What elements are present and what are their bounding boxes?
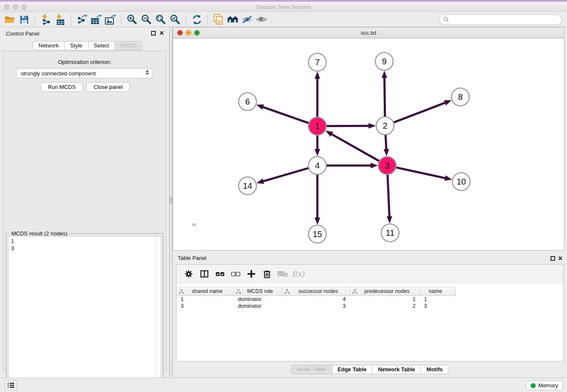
toolbar-separator — [207, 14, 208, 25]
optimization-criterion-value: strongly connected component — [21, 70, 96, 77]
export-network-button[interactable] — [74, 13, 89, 26]
delete-column-button[interactable] — [259, 267, 275, 281]
export-table-icon — [90, 14, 102, 25]
graph-edge[interactable] — [396, 168, 446, 178]
zoom-selected-button[interactable] — [168, 13, 182, 26]
zoom-in-icon — [127, 14, 138, 25]
network-frame-titlebar[interactable]: × − + scc.txt — [173, 28, 564, 39]
column-header-MCDS-role[interactable]: MCDS role — [234, 287, 282, 296]
zoom-fit-button[interactable] — [154, 13, 168, 26]
table-settings-button[interactable] — [181, 267, 196, 281]
refresh-button[interactable] — [190, 13, 204, 26]
tab-node-table[interactable]: Node Table — [291, 365, 332, 374]
horizontal-splitter-grip[interactable] — [193, 224, 196, 226]
column-header-successor-nodes[interactable]: successor nodes — [282, 287, 350, 296]
table-cell[interactable]: 4 — [282, 296, 350, 303]
export-image-button[interactable] — [103, 13, 118, 26]
import-network-icon — [40, 14, 51, 25]
tab-motifs[interactable]: Motifs — [421, 365, 449, 374]
list-icon — [7, 382, 15, 389]
graph-edge-arrowhead — [445, 175, 452, 181]
show-button[interactable] — [254, 13, 269, 26]
import-network-button[interactable] — [39, 13, 53, 26]
float-table-panel-icon[interactable] — [550, 256, 555, 261]
toolbar-separator — [186, 14, 186, 25]
trash-icon — [263, 269, 271, 279]
table-cell[interactable]: 1 — [176, 296, 234, 303]
graph-edge[interactable] — [331, 134, 379, 161]
export-table-button[interactable] — [89, 13, 103, 26]
table-cell[interactable]: 3 — [420, 303, 456, 309]
float-panel-icon[interactable] — [151, 31, 156, 36]
tab-network-table[interactable]: Network Table — [372, 365, 421, 374]
column-header-shared-name[interactable]: shared name — [176, 287, 234, 296]
import-table-button[interactable] — [53, 13, 67, 26]
search-field[interactable] — [439, 14, 562, 25]
memory-status-icon — [531, 383, 536, 388]
zoom-fit-icon — [155, 14, 166, 25]
optimization-criterion-select[interactable]: strongly connected component — [16, 68, 152, 78]
save-session-button[interactable] — [17, 13, 31, 26]
mcds-result-text[interactable]: 1 3 — [8, 236, 161, 392]
tab-edge-table[interactable]: Edge Table — [332, 365, 372, 374]
table-row[interactable]: 3dominator323 — [176, 303, 563, 309]
tab-select[interactable]: Select — [88, 41, 115, 50]
add-column-button[interactable] — [243, 267, 259, 281]
table-cell[interactable]: 1 — [350, 296, 420, 303]
graph-edge-arrowhead — [325, 131, 333, 137]
graph-edge[interactable] — [394, 102, 446, 122]
tab-style[interactable]: Style — [64, 41, 88, 50]
graph-edge-arrowhead — [315, 72, 320, 79]
table-cell[interactable]: 1 — [420, 296, 456, 303]
deselect-all-button[interactable] — [228, 267, 243, 281]
graph-edge[interactable] — [262, 107, 308, 123]
export-network-icon — [76, 14, 88, 25]
graph-edge[interactable] — [385, 135, 386, 150]
table-cell[interactable]: 2 — [350, 303, 420, 309]
search-icon — [443, 17, 449, 23]
zoom-selected-icon — [170, 14, 181, 25]
home-layout-button[interactable] — [226, 13, 240, 26]
table-cell[interactable]: dominator — [234, 296, 282, 303]
zoom-out-button[interactable] — [139, 13, 154, 26]
close-panel-button[interactable]: Close panel — [86, 82, 130, 92]
column-header-predecessor-nodes[interactable]: predecessor nodes — [350, 287, 420, 296]
close-table-panel-icon[interactable]: ✕ — [558, 255, 563, 262]
delete-table-button[interactable] — [275, 267, 290, 281]
graph-edge[interactable] — [327, 126, 369, 126]
column-type-icon — [179, 289, 184, 294]
toggle-panes-button[interactable] — [196, 267, 212, 281]
task-history-button[interactable] — [5, 380, 17, 390]
window-titlebar: Session: New Session — [0, 2, 567, 12]
table-cell[interactable]: 3 — [176, 303, 234, 309]
new-network-from-selection-button[interactable] — [211, 13, 226, 26]
table-row[interactable]: 1dominator411 — [176, 296, 563, 303]
open-session-button[interactable] — [3, 13, 17, 26]
graph-edge[interactable] — [388, 175, 389, 217]
graph-edge[interactable] — [384, 77, 385, 116]
close-panel-icon[interactable]: ✕ — [159, 30, 164, 36]
table-cell[interactable]: 3 — [282, 303, 350, 309]
network-graph-canvas[interactable]: 1234678910111415 — [173, 39, 564, 250]
mcds-result-group: MCDS result (2 nodes) 1 3 — [6, 233, 163, 392]
graph-edge-arrowhead — [256, 179, 264, 184]
splitter-grip[interactable] — [170, 197, 172, 203]
zoom-in-button[interactable] — [125, 13, 139, 26]
graph-edge[interactable] — [263, 168, 308, 182]
optimization-criterion-label: Optimization criterion: — [3, 59, 166, 65]
search-input[interactable] — [449, 15, 561, 24]
select-all-button[interactable] — [212, 267, 228, 281]
memory-button[interactable]: Memory — [526, 381, 563, 390]
result-scrollbar[interactable] — [155, 237, 161, 392]
window-title: Session: New Session — [0, 4, 567, 10]
tab-mcds[interactable]: MCDS — [115, 41, 143, 50]
function-builder-button[interactable]: f(x) — [290, 267, 306, 281]
vertical-splitter[interactable] — [169, 27, 173, 377]
table-cell[interactable]: dominator — [234, 303, 282, 309]
node-table-container: f(x) shared nameMCDS rolesuccessor nodes… — [176, 264, 564, 362]
column-header-name[interactable]: name — [420, 287, 456, 296]
toolbar-separator — [121, 14, 121, 25]
run-mcds-button[interactable]: Run MCDS — [41, 82, 83, 92]
hide-button[interactable] — [240, 13, 254, 26]
tab-network[interactable]: Network — [33, 41, 65, 50]
